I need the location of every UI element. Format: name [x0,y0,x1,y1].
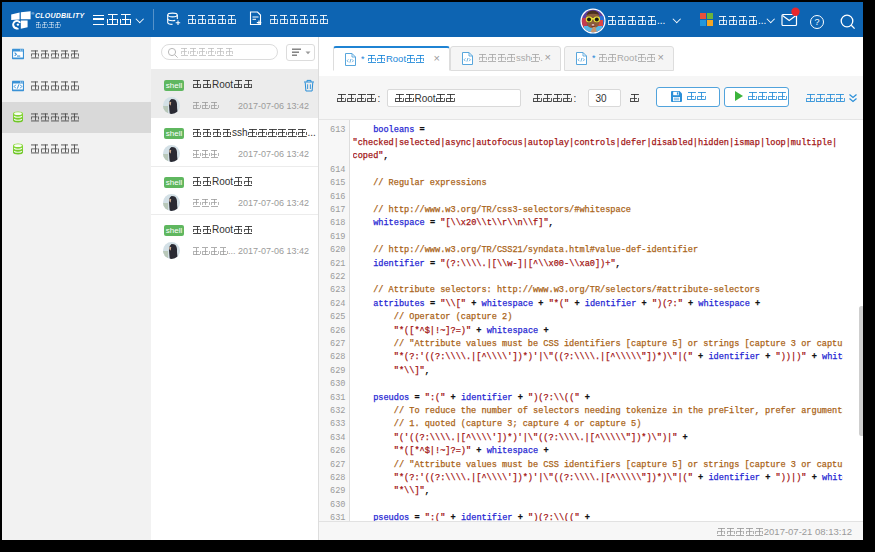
svg-text:®: ® [31,11,34,16]
